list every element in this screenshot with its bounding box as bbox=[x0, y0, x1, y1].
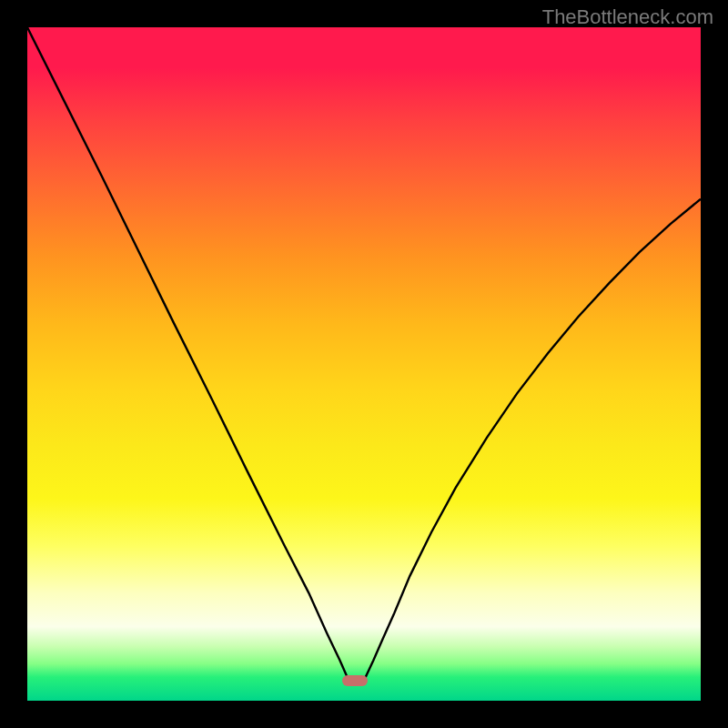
curve-left-branch bbox=[27, 27, 349, 681]
chart-plot-area bbox=[27, 27, 701, 701]
bottleneck-marker bbox=[342, 675, 368, 686]
watermark-text: TheBottleneck.com bbox=[542, 5, 713, 29]
chart-curve-layer bbox=[27, 27, 701, 701]
curve-right-branch bbox=[364, 199, 701, 681]
